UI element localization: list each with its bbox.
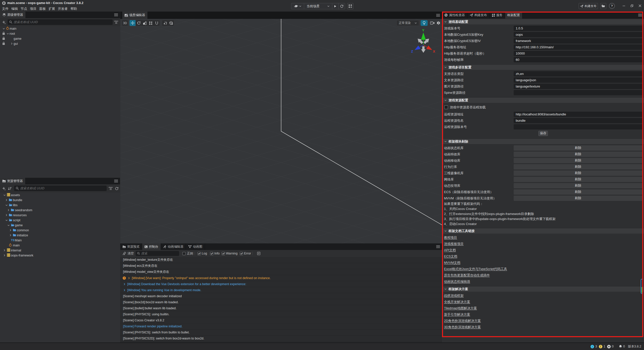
tab-资源预览[interactable]: 资源预览 bbox=[120, 243, 142, 250]
hierarchy-node-gui[interactable]: gui bbox=[0, 41, 120, 46]
log-row[interactable]: [Window] Download the Vue Devtools exten… bbox=[120, 281, 442, 287]
status-error-count[interactable]: 0 bbox=[607, 345, 614, 348]
chevron-down-icon[interactable] bbox=[444, 66, 447, 68]
expand-chevron-icon[interactable] bbox=[123, 289, 126, 291]
asset-node-game[interactable]: game bbox=[0, 223, 120, 228]
chevron-right-icon[interactable] bbox=[5, 213, 8, 217]
section-header-游戏基础配置[interactable]: 游戏基础配置 bbox=[442, 19, 644, 24]
input-Spine资源路径[interactable] bbox=[514, 90, 642, 95]
log-row[interactable]: [Window] [Vue warn]: Property "onInput" … bbox=[120, 275, 442, 281]
inspector-menu-icon[interactable] bbox=[638, 14, 642, 17]
restart-button[interactable] bbox=[339, 3, 345, 9]
menu-扩展[interactable]: 扩展 bbox=[49, 7, 55, 11]
chevron-right-icon[interactable] bbox=[11, 42, 13, 46]
preview-qr-button[interactable] bbox=[347, 3, 353, 9]
create-node-plus-icon[interactable] bbox=[2, 20, 6, 24]
input-游戏每秒帧率[interactable]: 60 bbox=[514, 57, 642, 62]
link-教程项目[interactable]: 教程项目 bbox=[444, 235, 457, 240]
axis-gizmo[interactable]: Y X Z bbox=[407, 29, 440, 55]
link-原生包热更新配置自动生成插件[interactable]: 原生包热更新配置自动生成插件 bbox=[444, 273, 490, 278]
asset-node-resources[interactable]: resources bbox=[0, 213, 120, 218]
log-row[interactable]: [Window] model_view文件夹存在 bbox=[120, 269, 442, 275]
remove-module-button[interactable]: 剔除 bbox=[514, 189, 642, 195]
close-button[interactable] bbox=[636, 2, 644, 10]
filter-log-checkbox[interactable]: Log bbox=[197, 250, 207, 257]
chevron-down-icon[interactable] bbox=[5, 203, 8, 207]
remove-module-button[interactable]: 剔除 bbox=[514, 152, 642, 157]
save-button[interactable]: 保存 bbox=[538, 131, 548, 136]
chevron-right-icon[interactable] bbox=[3, 249, 6, 252]
log-row[interactable]: [Scene] [PHYSICS]: switch from builtin t… bbox=[120, 329, 442, 335]
chevron-down-icon[interactable] bbox=[444, 21, 447, 23]
projection-3d-button[interactable]: 3D bbox=[122, 20, 128, 26]
log-row[interactable]: [Scene] [PHYSICS]: using builtin. bbox=[120, 311, 442, 317]
scene-menu-icon[interactable] bbox=[436, 14, 440, 17]
link-Excel格式转Json文件与TypeScript代码工具[interactable]: Excel格式转Json文件与TypeScript代码工具 bbox=[444, 267, 507, 271]
remove-module-button[interactable]: 剔除 bbox=[514, 158, 642, 163]
console-search-input[interactable]: 搜索 bbox=[136, 251, 179, 256]
minimize-button[interactable] bbox=[620, 2, 628, 10]
status-bell-count[interactable]: 0 bbox=[619, 345, 625, 348]
refresh-icon[interactable] bbox=[115, 187, 118, 190]
input-游戏版本号[interactable]: 1.0.5 bbox=[514, 26, 642, 31]
filter-warning-checkbox[interactable]: Warning bbox=[222, 250, 237, 257]
input-远程资源版本号[interactable] bbox=[514, 124, 642, 129]
tab-scene-editor[interactable]: 场景编辑器 bbox=[122, 12, 147, 19]
help-button[interactable]: ? bbox=[609, 3, 615, 9]
tab-服务[interactable]: 服务 bbox=[490, 12, 505, 19]
section-header-框架模块剔除[interactable]: 框架模块剔除 bbox=[442, 139, 644, 144]
link-战棋游戏框架[interactable]: 战棋游戏框架 bbox=[444, 293, 464, 298]
menu-帮助[interactable]: 帮助 bbox=[70, 7, 77, 11]
inspector-scrollbar[interactable] bbox=[641, 279, 643, 294]
input-支持语言类型[interactable]: zh,en bbox=[514, 71, 642, 76]
scene-select[interactable]: 当前场景 bbox=[304, 3, 332, 9]
menu-编辑[interactable]: 编辑 bbox=[11, 7, 18, 11]
log-row[interactable]: [Scene] [box2d]:box2d wasm lib loaded. bbox=[120, 299, 442, 305]
status-info-count[interactable]: i3 bbox=[590, 345, 597, 348]
link-Tiledmap地图解决方案[interactable]: Tiledmap地图解决方案 bbox=[444, 306, 477, 311]
chevron-right-icon[interactable] bbox=[9, 234, 12, 237]
remove-module-button[interactable]: 剔除 bbox=[514, 170, 642, 176]
log-row[interactable]: [Scene] meshopt wasm decoder initialized bbox=[120, 293, 442, 299]
menu-开发者[interactable]: 开发者 bbox=[58, 7, 68, 11]
maximize-button[interactable] bbox=[628, 2, 636, 10]
section-header-游戏多语言配置[interactable]: 游戏多语言配置 bbox=[442, 64, 644, 70]
clear-console-button[interactable]: 清空 bbox=[123, 251, 134, 256]
hierarchy-node-game[interactable]: game bbox=[0, 36, 120, 41]
section-header-框架文档工具链接[interactable]: 框架文档工具链接 bbox=[442, 228, 644, 234]
asset-node-internal[interactable]: internal bbox=[0, 248, 120, 253]
chevron-right-icon[interactable] bbox=[5, 198, 8, 202]
pivot-snap-button[interactable] bbox=[162, 20, 168, 26]
log-row[interactable]: [Window] You are running Vue in developm… bbox=[120, 287, 442, 293]
link-2D角色扮演游戏解决方案[interactable]: 2D角色扮演游戏解决方案 bbox=[444, 319, 481, 323]
menu-项目[interactable]: 项目 bbox=[30, 7, 36, 11]
log-row[interactable]: [Window] render_texture文件夹存在 bbox=[120, 257, 442, 263]
chevron-right-icon[interactable] bbox=[3, 254, 6, 257]
tab-assets[interactable]: 资源管理器 bbox=[0, 178, 25, 184]
tab-动画图[interactable]: 动画图 bbox=[186, 243, 205, 250]
scene-light-toggle[interactable] bbox=[421, 20, 428, 26]
expand-chevron-icon[interactable] bbox=[123, 283, 126, 285]
move-tool-button[interactable] bbox=[130, 20, 136, 26]
link-MVVM文档[interactable]: MVVM文档 bbox=[444, 260, 460, 265]
checkbox-row-游戏中资源是否远程加载[interactable]: 游戏中资源是否远程加载 bbox=[442, 104, 644, 111]
chevron-down-icon[interactable] bbox=[444, 140, 447, 143]
input-本地数据CryptoES加密Key[interactable]: oops bbox=[514, 32, 642, 37]
filter-icon[interactable] bbox=[109, 187, 113, 190]
asset-node-Main[interactable]: TSMain bbox=[0, 238, 120, 243]
chevron-down-icon[interactable] bbox=[444, 288, 447, 290]
console-menu-icon[interactable] bbox=[436, 245, 440, 248]
hierarchy-search-input[interactable]: 搜索名称或 UUID bbox=[8, 19, 113, 25]
log-row[interactable]: [Scene] Forward render pipeline initiali… bbox=[120, 323, 442, 329]
tab-hierarchy[interactable]: 层级管理器 bbox=[0, 12, 25, 18]
link-动画状态机编辑器[interactable]: 动画状态机编辑器 bbox=[444, 279, 470, 284]
create-asset-plus-icon[interactable] bbox=[2, 187, 6, 190]
menu-节点[interactable]: 节点 bbox=[21, 7, 27, 11]
render-mode-select[interactable]: 正常渲染 bbox=[396, 20, 419, 26]
link-API文档[interactable]: API文档 bbox=[444, 248, 456, 252]
rect-tool-button[interactable] bbox=[148, 20, 154, 26]
remove-module-button[interactable]: 剔除 bbox=[514, 145, 642, 151]
sort-assets-icon[interactable] bbox=[8, 187, 12, 190]
link-3D角色扮演游戏解决方案[interactable]: 3D角色扮演游戏解决方案 bbox=[444, 325, 481, 329]
tab-属性检查器[interactable]: 属性检查器 bbox=[442, 12, 467, 19]
